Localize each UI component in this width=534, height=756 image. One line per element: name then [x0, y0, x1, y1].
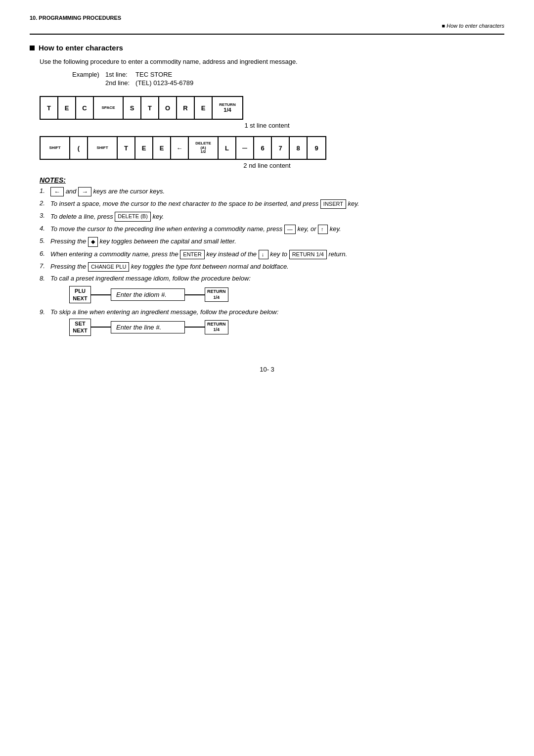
key-delete: DELETE (A) 1/2 [189, 137, 219, 159]
note-7: 7. Pressing the CHANGE PLU key toggles t… [40, 262, 504, 272]
note-1: 1. ← and → keys are the cursor keys. [40, 187, 504, 196]
key-9: 9 [308, 137, 325, 159]
key-diagram-2: SHIFT ( SHIFT T E E ← DELETE (A) 1/2 L —… [40, 136, 494, 169]
key-shift1: SHIFT [41, 137, 70, 159]
delete-b-key: DELETE (B) [115, 212, 151, 221]
section-title: How to enter characters [30, 44, 504, 52]
line-text-box: Enter the line #. [111, 321, 185, 333]
key-left-arrow: ← [171, 137, 189, 159]
proc-line-9a [91, 327, 111, 328]
notes-title: NOTES: [40, 176, 504, 184]
key-E3: E [135, 137, 153, 159]
line2-label-diagram: 2 nd line content [40, 162, 494, 169]
top-right-note: ■ How to enter characters [30, 23, 504, 29]
down-arrow-key: ↓ [259, 250, 268, 259]
key-space: SPACE [94, 97, 124, 119]
key-7: 7 [272, 137, 290, 159]
diamond-key: ◆ [88, 237, 98, 246]
line2-value: (TEL) 0123-45-6789 [133, 79, 196, 87]
note-2: 2. To insert a space, move the cursor to… [40, 199, 504, 209]
line1-value: TEC STORE [133, 70, 196, 79]
note-3: 3. To delete a line, press DELETE (B) ke… [40, 212, 504, 221]
title-text: How to enter characters [39, 44, 123, 52]
note-9: 9. To skip a line when entering an ingre… [40, 308, 504, 316]
return-14-box-9: RETURN 1/4 [205, 320, 228, 334]
key-row-2: SHIFT ( SHIFT T E E ← DELETE (A) 1/2 L —… [40, 136, 326, 160]
key-C: C [76, 97, 94, 119]
key-E4: E [153, 137, 171, 159]
section-header: 10. PROGRAMMING PROCEDURES [30, 15, 504, 21]
key-S: S [124, 97, 141, 119]
note-5: 5. Pressing the ◆ key toggles between th… [40, 237, 504, 246]
key-E1: E [58, 97, 76, 119]
key-dash: — [236, 137, 254, 159]
divider [30, 34, 504, 35]
key-E2: E [195, 97, 213, 119]
bullet-square [30, 46, 35, 50]
return-14-key: RETURN 1/4 [289, 250, 327, 259]
line1-label-diagram: 1 st line content [40, 122, 494, 129]
key-T2: T [141, 97, 159, 119]
key-R: R [177, 97, 195, 119]
intro-text: Use the following procedure to enter a c… [40, 58, 504, 65]
notes-list: 1. ← and → keys are the cursor keys. 2. … [40, 187, 504, 282]
notes-list-cont: 9. To skip a line when entering an ingre… [40, 308, 504, 316]
return-14-box-8: RETURN 1/4 [205, 287, 228, 302]
proc-flow-9: SET NEXT Enter the line #. RETURN 1/4 [69, 319, 504, 336]
key-L: L [219, 137, 236, 159]
key-paren: ( [70, 137, 88, 159]
key-row-1: T E C SPACE S T O R E RETURN 1/4 [40, 96, 243, 120]
key-O: O [159, 97, 177, 119]
insert-key: INSERT [320, 199, 346, 209]
proc-line-8a [91, 294, 111, 295]
enter-key: ENTER [180, 250, 204, 259]
key-8: 8 [290, 137, 308, 159]
example-block: Example) 1st line: TEC STORE 2nd line: (… [69, 70, 504, 87]
note-8: 8. To call a preset ingredient message i… [40, 275, 504, 282]
note-6: 6. When entering a commodity name, press… [40, 250, 504, 259]
proc-line-8b [185, 294, 205, 295]
right-arrow-key: → [78, 187, 91, 196]
line2-label: 2nd line: [102, 79, 133, 87]
note-4: 4. To move the cursor to the preceding l… [40, 225, 504, 234]
notes-section: NOTES: 1. ← and → keys are the cursor ke… [40, 176, 504, 336]
change-plu-key: CHANGE PLU [88, 262, 130, 272]
key-return1: RETURN 1/4 [213, 97, 242, 119]
proc-line-9b [185, 327, 205, 328]
page-footer: 10- 3 [30, 366, 504, 373]
key-shift2: SHIFT [88, 137, 118, 159]
line1-label: 1st line: [102, 70, 133, 79]
plu-next-box: PLU NEXT [69, 286, 91, 303]
dash-key: — [284, 225, 296, 234]
example-label: Example) [69, 70, 102, 79]
key-6: 6 [254, 137, 272, 159]
up-arrow-key: ↑ [318, 225, 328, 234]
idiom-text-box: Enter the idiom #. [111, 288, 185, 301]
set-next-box: SET NEXT [69, 319, 91, 336]
left-arrow-key: ← [50, 187, 64, 196]
key-T: T [41, 97, 58, 119]
key-T3: T [118, 137, 135, 159]
key-diagram-1: T E C SPACE S T O R E RETURN 1/4 1 st li… [40, 96, 494, 129]
proc-flow-8: PLU NEXT Enter the idiom #. RETURN 1/4 [69, 286, 504, 303]
